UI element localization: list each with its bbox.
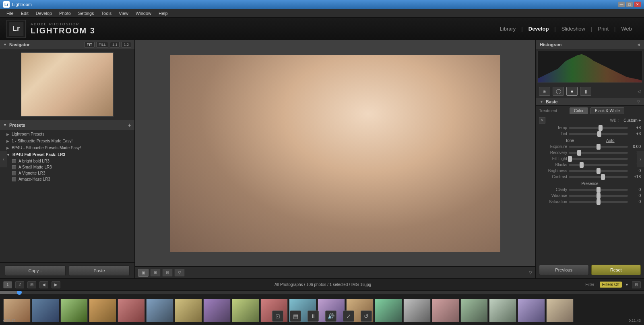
previous-button[interactable]: Previous [539,265,589,275]
left-panel-toggle[interactable]: ‹ [0,151,7,167]
exposure-thumb[interactable] [597,144,601,150]
clarity-track[interactable] [569,189,628,191]
nav-develop[interactable]: Develop [523,24,555,33]
graduated-filter-tool[interactable]: ▮ [580,87,591,96]
preset-item-4[interactable]: Amaze-Haze LR3 [0,176,134,182]
tone-auto-btn[interactable]: Auto [606,138,615,143]
exposure-track[interactable] [569,146,628,148]
thumb-5[interactable] [118,299,145,322]
fullscreen-btn[interactable]: ⤢ [343,311,354,322]
view-compare-btn[interactable]: ⊟ [162,269,173,277]
preset-item-3[interactable]: A Vignette LR3 [0,170,134,176]
wb-value[interactable]: Custom ÷ [623,118,641,123]
thumb-15[interactable] [403,299,431,322]
tint-track[interactable] [569,133,628,135]
thumb-18[interactable] [489,299,516,322]
contrast-thumb[interactable] [601,174,605,180]
contrast-track[interactable] [569,176,628,178]
minimize-button[interactable]: — [618,2,625,7]
recovery-thumb[interactable] [577,150,581,156]
saturation-thumb[interactable] [597,199,601,205]
blacks-track[interactable] [569,164,628,166]
thumb-6[interactable] [146,299,173,322]
view-grid-btn[interactable]: ⊞ [150,269,161,277]
clarity-thumb[interactable] [597,187,601,193]
nav-1-1-btn[interactable]: 1:1 [110,42,120,47]
treatment-bw-btn[interactable]: Black & White [590,107,624,114]
recovery-track[interactable] [569,152,628,154]
nav-fill-btn[interactable]: FILL [96,42,108,47]
thumb-17[interactable] [460,299,488,322]
treatment-color-btn[interactable]: Color [570,107,588,114]
maximize-button[interactable]: □ [626,2,633,7]
close-button[interactable]: ✕ [634,2,641,7]
navigator-header[interactable]: ▼ Navigator FIT FILL 1:1 1:2 [0,40,134,49]
toolbar-expand-btn[interactable]: ▽ [529,270,532,275]
temp-track[interactable] [569,127,628,129]
menu-window[interactable]: Window [132,10,155,16]
thumb-7[interactable] [175,299,202,322]
nav-slideshow[interactable]: Slideshow [556,24,591,33]
filmstrip-grid-btn[interactable]: ⊞ [27,281,36,288]
nav-print[interactable]: Print [592,24,614,33]
paste-button[interactable]: Paste [69,265,130,276]
presets-header[interactable]: ▼ Presets + [0,120,134,130]
menu-tools[interactable]: Tools [98,10,115,16]
thumb-2[interactable] [32,299,59,322]
fill-light-track[interactable] [569,158,628,160]
thumb-20[interactable] [546,299,574,322]
nav-library[interactable]: Library [494,24,522,33]
slider-expand-icon[interactable]: ——◁ [629,89,641,94]
preset-group-silhouette1[interactable]: ▶ 1 - Silhouette Presets Made Easy! [0,138,134,144]
filmstrip-view-btn[interactable]: ▤ [290,311,301,322]
refresh-btn[interactable]: ↺ [361,311,372,322]
play-pause-btn[interactable]: ⏸ [308,311,319,322]
filmstrip-settings-btn[interactable]: ⊟ [632,281,641,288]
audio-btn[interactable]: 🔊 [325,311,336,322]
histogram-header[interactable]: Histogram ◀ [536,40,644,49]
right-panel-toggle[interactable]: › [637,151,644,167]
menu-view[interactable]: View [116,10,132,16]
blacks-thumb[interactable] [580,162,584,168]
copy-button[interactable]: Copy... [5,265,66,276]
preset-group-bp4u-silhouette[interactable]: ▶ BP4U - Silhouette Presets Made Easy! [0,144,134,151]
nav-fit-btn[interactable]: FIT [84,42,95,47]
spot-removal-tool[interactable]: ◯ [553,87,564,96]
filmstrip-prev-btn[interactable]: ◀ [39,281,48,288]
brightness-thumb[interactable] [597,168,601,174]
temp-thumb[interactable] [599,125,603,131]
progress-indicator[interactable] [17,290,22,295]
preset-item-1[interactable]: A bright bold LR3 [0,158,134,164]
preset-group-bp4u-fall[interactable]: ▼ BP4U Fall Preset Pack: LR3 [0,151,134,158]
filmstrip-num1[interactable]: 1 [3,281,12,288]
menu-photo[interactable]: Photo [56,10,74,16]
filter-value[interactable]: Filters Off [600,282,622,288]
view-single-btn[interactable]: ▣ [138,269,149,277]
crop-tool[interactable]: ⊞ [539,87,550,96]
thumb-3[interactable] [60,299,88,322]
presets-add-button[interactable]: + [128,122,131,128]
thumb-14[interactable] [375,299,402,322]
preset-group-lightroom[interactable]: ▶ Lightroom Presets [0,131,134,138]
menu-develop[interactable]: Develop [33,10,55,16]
saturation-track[interactable] [569,201,628,203]
view-extra-btn[interactable]: ▽ [174,269,185,277]
nav-1-2-btn[interactable]: 1:2 [121,42,131,47]
vibrance-thumb[interactable] [597,193,601,199]
filmstrip-next-btn[interactable]: ▶ [52,281,60,288]
preset-item-2[interactable]: A Small Matte LR3 [0,164,134,170]
vibrance-track[interactable] [569,195,628,197]
menu-settings[interactable]: Settings [75,10,97,16]
menu-file[interactable]: File [3,10,17,16]
basic-section-header[interactable]: ▼ Basic ▽ [536,98,644,106]
filter-dropdown-icon[interactable]: ▼ [625,283,629,287]
menu-edit[interactable]: Edit [18,10,32,16]
wb-eyedropper-icon[interactable]: ✎ [539,117,545,123]
brightness-track[interactable] [569,170,628,172]
thumb-4[interactable] [89,299,116,322]
menu-help[interactable]: Help [155,10,171,16]
export-frame-btn[interactable]: ⊡ [272,311,283,322]
thumb-8[interactable] [203,299,231,322]
reset-button[interactable]: Reset [591,265,641,275]
filmstrip-num2[interactable]: 2 [15,281,24,288]
